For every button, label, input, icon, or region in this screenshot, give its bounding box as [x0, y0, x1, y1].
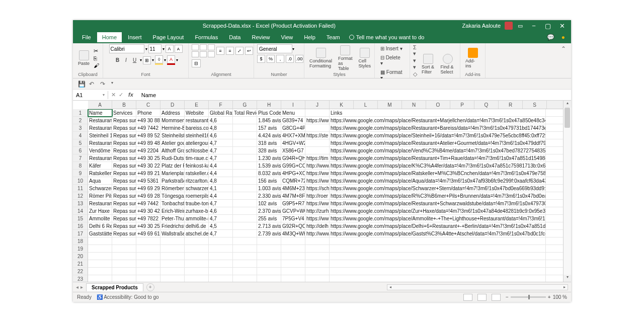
cell[interactable] [209, 268, 233, 275]
cell[interactable] [281, 237, 305, 245]
cell[interactable]: +49 7442 4 [136, 200, 160, 207]
cell[interactable]: Parkstraße [160, 177, 185, 185]
cell[interactable] [233, 245, 257, 253]
cell[interactable] [88, 245, 112, 253]
cell[interactable]: 2.330 avis [257, 192, 281, 200]
cell[interactable] [546, 192, 563, 200]
cell[interactable]: Römerberg [160, 185, 185, 192]
maximize-button[interactable]: ▢ [542, 22, 554, 30]
cell[interactable] [185, 253, 209, 260]
cell[interactable]: tim-raue.co [185, 154, 209, 162]
cell[interactable] [136, 253, 160, 260]
row-header[interactable]: 2 [73, 117, 88, 124]
cell[interactable] [281, 268, 305, 275]
cell[interactable] [88, 260, 112, 268]
column-header[interactable]: M [378, 101, 402, 109]
cell[interactable]: roemerpils [185, 192, 209, 200]
cell[interactable]: ritzcarlton. [185, 177, 209, 185]
cell[interactable]: +49 89 219 [136, 170, 160, 177]
cell[interactable]: 4,7 [209, 215, 233, 222]
column-header[interactable]: H [257, 101, 281, 109]
cell[interactable]: 255 avis [257, 215, 281, 222]
column-header[interactable]: A [88, 101, 112, 109]
copy-icon[interactable]: ⎘ [94, 55, 99, 61]
cell[interactable]: Repas sur p [112, 117, 136, 124]
cell[interactable] [330, 245, 546, 253]
cell[interactable]: 2.370 avis [257, 207, 281, 215]
cell[interactable]: http://www [305, 162, 330, 170]
cell[interactable]: Käfer [88, 162, 112, 170]
cell[interactable] [257, 268, 281, 275]
save-icon[interactable]: 💾 [78, 80, 85, 88]
cell[interactable]: https://ww [305, 177, 330, 185]
cell[interactable] [112, 260, 136, 268]
insert-cells-button[interactable]: ⊞ Insert ▾ [378, 44, 405, 53]
cell[interactable] [281, 260, 305, 268]
zoom-in-button[interactable]: + [548, 294, 551, 300]
row-header[interactable]: 10 [73, 177, 88, 185]
tab-page-layout[interactable]: Page Layout [148, 32, 189, 42]
cell[interactable]: Zur Haxe [88, 207, 112, 215]
row-header[interactable]: 23 [73, 275, 88, 282]
cell[interactable]: Töngesgas [160, 192, 185, 200]
cell[interactable]: +49 7442 4 [136, 124, 160, 132]
cell[interactable] [281, 245, 305, 253]
cell[interactable]: Repas sur p [112, 207, 136, 215]
horizontal-scrollbar[interactable]: ◂ ▸ [387, 284, 568, 290]
font-name-dropdown-icon[interactable]: ▾ [145, 47, 147, 51]
cell[interactable]: Restaurant [88, 124, 112, 132]
cell[interactable]: 4,7 [209, 230, 233, 237]
cell[interactable]: 1.539 avis [257, 162, 281, 170]
row-header[interactable]: 11 [73, 185, 88, 192]
cell[interactable]: steinheil16 [185, 132, 209, 139]
cell[interactable]: 157 avis [257, 124, 281, 132]
cell[interactable] [88, 253, 112, 260]
tab-view[interactable]: View [276, 32, 298, 42]
cell[interactable]: https://www.google.com/maps/place/Schwar… [330, 185, 546, 192]
row-header[interactable]: 14 [73, 207, 88, 215]
cell[interactable] [233, 117, 257, 124]
cell[interactable] [546, 154, 563, 162]
cell[interactable]: https://www.google.com/maps/place/Delhi+… [330, 222, 546, 230]
cell[interactable] [136, 237, 160, 245]
cell[interactable]: 2.713 avis [257, 222, 281, 230]
row-header[interactable]: 4 [73, 132, 88, 139]
row-header[interactable]: 1 [73, 109, 88, 117]
cell[interactable] [546, 147, 563, 154]
cell[interactable]: https://sch [305, 185, 330, 192]
fill-color-icon[interactable]: ◊ [155, 55, 163, 65]
cell[interactable]: 4M6M+23 [281, 185, 305, 192]
cell[interactable]: +49 5361 6 [136, 177, 160, 185]
cell[interactable]: schwarzers [185, 185, 209, 192]
cell[interactable] [546, 237, 563, 245]
cell[interactable] [546, 139, 563, 147]
addins-button[interactable]: Add-ins [463, 47, 482, 69]
cell[interactable]: Mommsen [160, 117, 185, 124]
cell[interactable]: Repas sur p [112, 132, 136, 139]
minimize-button[interactable]: − [528, 22, 540, 30]
cell[interactable]: Wallstraße [160, 230, 185, 237]
tell-me-search[interactable]: Tell me what you want to do [349, 34, 425, 40]
percent-icon[interactable]: % [267, 55, 275, 63]
cell[interactable]: 4,6 [209, 132, 233, 139]
scroll-up-icon[interactable]: ▴ [564, 101, 571, 108]
cell[interactable]: Hermine-B [160, 124, 185, 132]
cell[interactable]: https://ste [305, 132, 330, 139]
cell[interactable] [546, 109, 563, 117]
cell[interactable]: Althoff Gra [160, 147, 185, 154]
align-top-right[interactable] [208, 44, 215, 50]
cell[interactable]: 1.003 avis [257, 185, 281, 192]
cell[interactable] [88, 275, 112, 282]
cell[interactable]: Schwarzer [88, 185, 112, 192]
cell[interactable] [281, 275, 305, 282]
align-mid-left[interactable] [192, 51, 199, 57]
font-size-dropdown-icon[interactable]: ▾ [163, 47, 165, 51]
column-header[interactable]: G [233, 101, 257, 109]
cell[interactable]: Global Rati [209, 109, 233, 117]
cell[interactable]: 4,8 [209, 124, 233, 132]
cell[interactable]: G8CG+4P Baiersbronn [281, 124, 305, 132]
cell[interactable]: 4,7 [209, 200, 233, 207]
vertical-scrollbar[interactable]: ▴ ▾ [563, 101, 571, 282]
user-name[interactable]: Zakaria Aaloute [462, 23, 501, 29]
cell[interactable]: +49 30 259 [136, 154, 160, 162]
